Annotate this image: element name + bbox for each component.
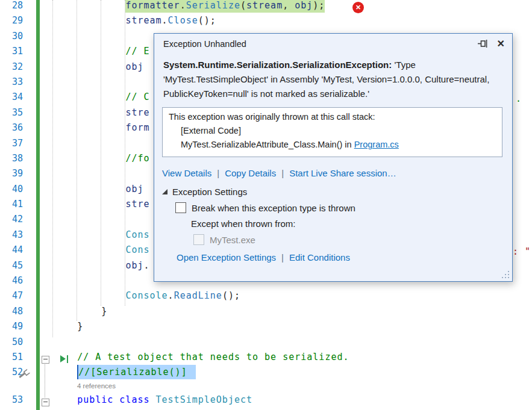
- error-icon[interactable]: ✕: [352, 2, 364, 13]
- indent: [53, 199, 125, 210]
- line-number[interactable]: 29: [0, 15, 23, 26]
- indent: [53, 0, 125, 11]
- code-text[interactable]: obj.: [53, 260, 150, 271]
- token: Cons: [125, 244, 149, 255]
- code-text[interactable]: stre: [53, 107, 150, 118]
- resize-grip[interactable]: [501, 270, 510, 279]
- open-exception-settings-link[interactable]: Open Exception Settings: [177, 252, 276, 262]
- token: //fo: [125, 153, 149, 164]
- code-text[interactable]: stre: [53, 199, 150, 210]
- indent: [53, 394, 77, 405]
- token: }: [77, 321, 83, 332]
- code-text[interactable]: Cons: [53, 229, 150, 240]
- line-number[interactable]: 41: [0, 199, 23, 210]
- line-number[interactable]: 51: [0, 352, 23, 362]
- indent: [53, 321, 77, 332]
- copy-details-link[interactable]: Copy Details: [225, 168, 276, 178]
- code-fragment: : ": [513, 244, 531, 259]
- token: formatter: [125, 0, 180, 11]
- token: obj: [295, 0, 313, 11]
- code-line: 28 formatter.Serialize(stream, obj);✕: [0, 0, 532, 15]
- token: // E: [125, 46, 149, 57]
- line-number[interactable]: 28: [0, 0, 23, 11]
- token: stre: [125, 107, 149, 118]
- line-number[interactable]: 34: [0, 92, 23, 102]
- line-number[interactable]: 44: [0, 244, 23, 255]
- line-number[interactable]: 48: [0, 306, 23, 317]
- break-checkbox[interactable]: [175, 202, 186, 213]
- line-number[interactable]: 46: [0, 275, 23, 286]
- module-option-row: MyTest.exe: [193, 234, 502, 245]
- code-text[interactable]: //[Serializable()]: [53, 367, 196, 377]
- except-when-label: Except when thrown from:: [191, 219, 502, 229]
- fold-toggle-icon[interactable]: [42, 356, 49, 364]
- module-checkbox[interactable]: [193, 234, 204, 245]
- line-number[interactable]: 53: [0, 394, 23, 405]
- indent: [53, 290, 125, 301]
- token: [150, 394, 156, 405]
- line-number[interactable]: 39: [0, 168, 23, 179]
- line-number[interactable]: 37: [0, 138, 23, 149]
- code-text[interactable]: stream.Close();: [53, 15, 216, 26]
- token: form: [125, 122, 149, 133]
- code-text[interactable]: }: [53, 321, 83, 332]
- line-number[interactable]: 40: [0, 184, 23, 194]
- code-text[interactable]: // E: [53, 46, 150, 57]
- line-number[interactable]: 31: [0, 46, 23, 57]
- indent: [53, 61, 125, 72]
- references-row: 4 references: [0, 382, 532, 394]
- view-details-link[interactable]: View Details: [162, 168, 211, 178]
- line-number[interactable]: 43: [0, 229, 23, 240]
- token: //[Serializable()]: [78, 367, 187, 377]
- fold-toggle-icon[interactable]: [42, 399, 49, 406]
- line-number[interactable]: 45: [0, 260, 23, 271]
- line-number[interactable]: 50: [0, 337, 23, 347]
- indent: [53, 122, 125, 133]
- indent: [53, 244, 125, 255]
- edit-conditions-link[interactable]: Edit Conditions: [289, 252, 350, 262]
- start-live-share-link[interactable]: Start Live Share session…: [289, 168, 396, 178]
- close-icon[interactable]: ✕: [497, 39, 505, 49]
- line-number[interactable]: 35: [0, 107, 23, 118]
- code-line: 53 public class TestSimpleObject: [0, 394, 532, 409]
- code-text[interactable]: form: [53, 122, 150, 133]
- line-number[interactable]: 30: [0, 31, 23, 42]
- indent: [53, 184, 125, 194]
- dialog-titlebar[interactable]: Exception Unhandled ✕: [154, 34, 512, 54]
- code-text[interactable]: }: [53, 306, 107, 317]
- exception-settings-header[interactable]: Exception Settings: [162, 187, 502, 197]
- pin-icon[interactable]: [477, 39, 487, 48]
- code-text[interactable]: // C: [53, 92, 150, 102]
- line-number[interactable]: 36: [0, 122, 23, 133]
- code-text[interactable]: obj: [53, 61, 143, 72]
- line-number[interactable]: 33: [0, 76, 23, 87]
- line-number[interactable]: 49: [0, 321, 23, 332]
- code-text[interactable]: //fo: [53, 153, 150, 164]
- code-text[interactable]: public class TestSimpleObject: [53, 394, 252, 405]
- quick-actions-wrench-icon[interactable]: [18, 368, 29, 379]
- code-fragment: .: [516, 92, 522, 107]
- line-number[interactable]: 47: [0, 290, 23, 301]
- codelens-references[interactable]: 4 references: [77, 382, 116, 390]
- indent: [53, 153, 125, 164]
- code-line: 50: [0, 337, 532, 352]
- token: Serialize: [186, 0, 240, 11]
- separator: |: [281, 168, 284, 178]
- token: // A test object that needs to be serial…: [77, 352, 349, 362]
- token: obj: [125, 260, 143, 271]
- token: .: [143, 260, 149, 271]
- collapse-triangle-icon[interactable]: [162, 189, 167, 194]
- code-text[interactable]: formatter.Serialize(stream, obj);: [53, 0, 325, 11]
- program-cs-link[interactable]: Program.cs: [354, 140, 399, 149]
- line-number[interactable]: 42: [0, 214, 23, 225]
- code-text[interactable]: // A test object that needs to be serial…: [53, 352, 349, 362]
- code-line: 49 }: [0, 321, 532, 336]
- code-text[interactable]: Cons: [53, 244, 150, 255]
- code-text[interactable]: Console.ReadLine();: [53, 290, 240, 301]
- token: stream: [246, 0, 283, 11]
- line-number[interactable]: 32: [0, 61, 23, 72]
- indent: [53, 15, 125, 26]
- line-number[interactable]: 38: [0, 153, 23, 164]
- token: ,: [283, 0, 295, 11]
- code-text[interactable]: obj: [53, 184, 143, 194]
